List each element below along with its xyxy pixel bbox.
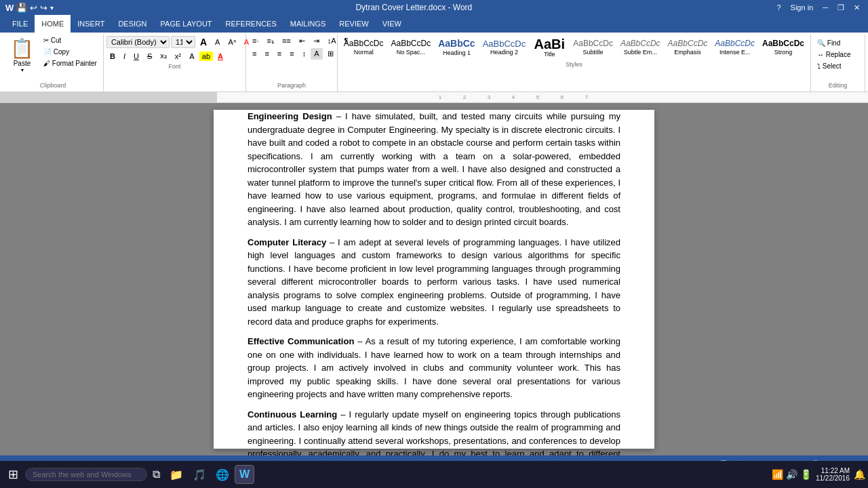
justify-button[interactable]: ≡ — [286, 48, 297, 60]
restore-button[interactable]: ❐ — [835, 3, 847, 12]
word-button[interactable]: W — [235, 465, 254, 484]
tab-home[interactable]: HOME — [35, 15, 71, 33]
italic-button[interactable]: I — [120, 51, 129, 62]
document-page[interactable]: Engineering Design – I have simulated, b… — [214, 110, 654, 449]
paragraph-group: ≡· ≡₁ ≡≡ ⇤ ⇥ ↕A ¶ ≡ ≡ ≡ ≡ ↕ A ⊞ — [246, 34, 338, 92]
change-case-button[interactable]: Aᵃ — [224, 37, 239, 48]
style-no-spacing-preview: AaBbCcDc — [391, 39, 431, 48]
para-learning-bold: Continuous Learning — [248, 409, 337, 420]
style-emphasis-label: Emphasis — [674, 49, 701, 56]
tab-mailings[interactable]: MAILINGS — [283, 15, 333, 33]
bold-button[interactable]: B — [106, 51, 119, 62]
paste-label: Paste — [14, 60, 31, 67]
clipboard-label: Clipboard — [5, 81, 100, 90]
align-left-button[interactable]: ≡ — [249, 48, 260, 60]
ruler-mark — [519, 94, 532, 100]
borders-button[interactable]: ⊞ — [324, 48, 337, 60]
paste-button[interactable]: 📋 Paste ▾ — [5, 35, 39, 75]
style-no-spacing[interactable]: AaBbCcDc No Spac... — [388, 37, 435, 57]
para-comm-dash: – — [354, 336, 365, 346]
subscript-button[interactable]: x₂ — [157, 50, 170, 62]
multilevel-list-button[interactable]: ≡≡ — [279, 35, 294, 47]
strikethrough-button[interactable]: S — [144, 51, 155, 62]
style-normal[interactable]: AaBbCcDc Normal — [340, 37, 387, 57]
tab-references[interactable]: REFERENCES — [219, 15, 283, 33]
cut-button[interactable]: ✂ Cut — [40, 35, 100, 45]
style-heading1[interactable]: AaBbCc Heading 1 — [435, 37, 478, 58]
quick-access-redo[interactable]: ↪ — [40, 3, 47, 13]
format-painter-button[interactable]: 🖌 Format Painter — [40, 58, 100, 68]
font-color-button[interactable]: A — [214, 51, 226, 62]
styles-label: Styles — [340, 60, 808, 69]
signin-button[interactable]: Sign in — [788, 3, 816, 12]
font-shrink-button[interactable]: A — [212, 37, 223, 47]
font-grow-button[interactable]: A — [197, 35, 210, 49]
copy-button[interactable]: 📄 Copy — [40, 47, 100, 57]
find-button[interactable]: 🔍 Find — [814, 38, 844, 48]
replace-button[interactable]: ↔ Replace — [814, 49, 854, 60]
increase-indent-button[interactable]: ⇥ — [310, 35, 323, 47]
tab-file[interactable]: FILE — [5, 15, 35, 33]
system-clock[interactable]: 11:22 AM 11/22/2016 — [816, 467, 850, 482]
ruler-mark — [446, 94, 458, 100]
styles-group: AaBbCcDc Normal AaBbCcDc No Spac... AaBb… — [338, 34, 811, 92]
network-icon[interactable]: 📶 — [772, 469, 783, 480]
tab-view[interactable]: VIEW — [376, 15, 408, 33]
highlight-button[interactable]: ab — [199, 52, 213, 61]
notification-icon[interactable]: 🔔 — [854, 469, 865, 480]
file-explorer-button[interactable]: 📁 — [165, 466, 187, 484]
tab-review[interactable]: REVIEW — [332, 15, 375, 33]
tab-design[interactable]: DESIGN — [111, 15, 153, 33]
volume-icon[interactable]: 🔊 — [786, 469, 797, 480]
close-button[interactable]: ✕ — [851, 3, 863, 12]
select-button[interactable]: ⤵ Select — [814, 61, 845, 71]
para-engineering-text: I have simulated, built, and tested many… — [248, 111, 620, 227]
taskbar-search[interactable] — [25, 468, 147, 481]
paragraph-communication: Effective Communication – As a result of… — [248, 335, 620, 401]
style-strong[interactable]: AaBbCcDc Strong — [759, 37, 808, 57]
superscript-button[interactable]: x² — [172, 51, 184, 62]
start-button[interactable]: ⊞ — [3, 464, 24, 485]
quick-access-undo[interactable]: ↩ — [30, 3, 37, 13]
font-group: Calibri (Body) 11 A A Aᵃ A B I U S x₂ x²… — [104, 34, 246, 92]
chrome-button[interactable]: 🌐 — [212, 466, 233, 484]
shading-button[interactable]: A — [311, 48, 322, 60]
para-comm-bold: Effective Communication — [248, 336, 354, 346]
title-bar-controls: ? Sign in ─ ❐ ✕ — [774, 3, 863, 12]
style-title-preview: AaBi — [534, 37, 565, 51]
quick-access-save[interactable]: 💾 — [16, 3, 27, 13]
paragraph-engineering: Engineering Design – I have simulated, b… — [248, 110, 620, 229]
paste-dropdown[interactable]: ▾ — [21, 67, 24, 73]
tab-page-layout[interactable]: PAGE LAYOUT — [154, 15, 219, 33]
font-size-select[interactable]: 11 — [171, 36, 195, 48]
style-intense-em-label: Intense E... — [719, 49, 751, 56]
underline-button[interactable]: U — [130, 51, 142, 62]
taskbar-right: 📶 🔊 🔋 11:22 AM 11/22/2016 🔔 — [772, 467, 865, 482]
align-right-button[interactable]: ≡ — [274, 48, 285, 60]
style-subtitle[interactable]: AaBbCcDc Subtitle — [570, 37, 616, 57]
line-spacing-button[interactable]: ↕ — [299, 48, 310, 60]
style-subtle-em[interactable]: AaBbCcDc Subtle Em... — [617, 37, 664, 57]
style-subtitle-preview: AaBbCcDc — [573, 39, 613, 48]
style-intense-em[interactable]: AaBbCcDc Intense E... — [711, 37, 758, 57]
document-title: Dytran Cover Letter.docx - Word — [54, 3, 774, 12]
numbering-button[interactable]: ≡₁ — [263, 35, 277, 47]
style-strong-preview: AaBbCcDc — [762, 39, 804, 48]
text-effects-button[interactable]: A — [186, 51, 198, 62]
align-center-button[interactable]: ≡ — [261, 48, 272, 60]
task-view-button[interactable]: ⧉ — [149, 466, 164, 483]
editing-content: 🔍 Find ↔ Replace ⤵ Select — [814, 35, 862, 81]
font-name-select[interactable]: Calibri (Body) — [106, 36, 170, 48]
help-button[interactable]: ? — [774, 3, 783, 12]
style-emphasis[interactable]: AaBbCcDc Emphasis — [665, 37, 711, 57]
paragraph-learning: Continuous Learning – I regularly update… — [248, 408, 620, 456]
bullets-button[interactable]: ≡· — [249, 35, 262, 47]
style-title[interactable]: AaBi Title — [530, 35, 569, 60]
minimize-button[interactable]: ─ — [820, 3, 831, 12]
decrease-indent-button[interactable]: ⇤ — [296, 35, 309, 47]
style-heading2[interactable]: AaBbCcDc Heading 2 — [479, 37, 530, 58]
document-area: Engineering Design – I have simulated, b… — [0, 103, 868, 455]
media-button[interactable]: 🎵 — [189, 466, 210, 484]
tab-insert[interactable]: INSERT — [71, 15, 111, 33]
battery-icon[interactable]: 🔋 — [800, 469, 812, 480]
